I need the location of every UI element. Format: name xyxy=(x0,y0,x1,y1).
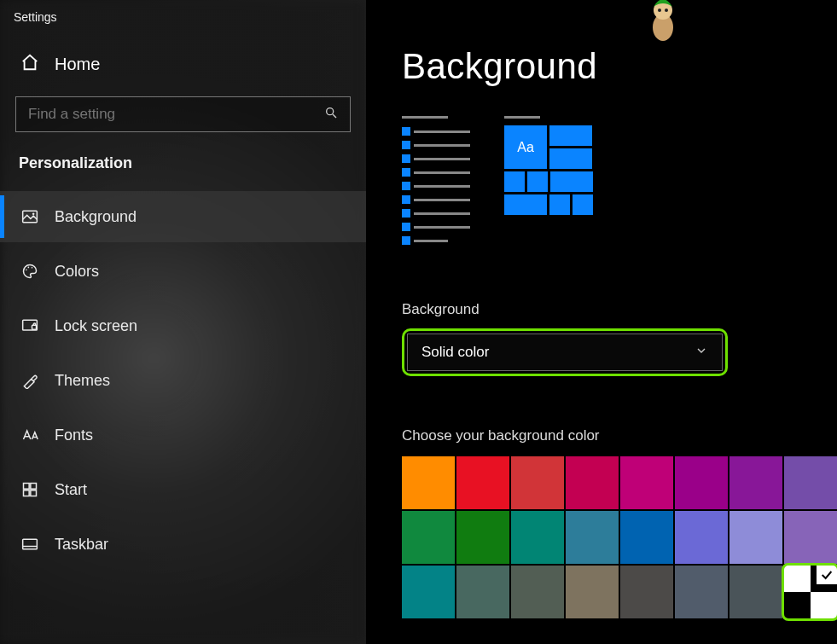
color-swatch[interactable] xyxy=(784,511,837,564)
search-icon xyxy=(324,106,338,124)
sidebar-item-label: Start xyxy=(55,481,87,499)
color-swatch[interactable] xyxy=(402,566,455,618)
color-swatch[interactable] xyxy=(511,456,564,509)
color-swatch[interactable] xyxy=(566,566,619,618)
svg-point-17 xyxy=(658,9,661,12)
color-swatch[interactable] xyxy=(784,456,837,509)
background-dropdown[interactable]: Solid color xyxy=(407,334,723,371)
sidebar-item-label: Background xyxy=(55,208,137,226)
color-swatch[interactable] xyxy=(511,566,564,618)
search-field[interactable] xyxy=(15,96,351,132)
themes-icon xyxy=(20,372,39,389)
sidebar-section-title: Personalization xyxy=(0,154,366,191)
sidebar-item-colors[interactable]: Colors xyxy=(0,246,366,297)
color-swatch[interactable] xyxy=(456,566,509,618)
choose-color-label: Choose your background color xyxy=(402,427,837,444)
svg-rect-7 xyxy=(32,325,37,329)
theme-preview: Aa xyxy=(402,116,837,250)
chevron-down-icon xyxy=(695,344,708,362)
color-swatch[interactable] xyxy=(620,456,673,509)
color-swatch[interactable] xyxy=(511,511,564,564)
sidebar-item-taskbar[interactable]: Taskbar xyxy=(0,519,366,570)
start-icon xyxy=(20,481,39,498)
annotation-highlight-1: Solid color xyxy=(402,328,728,376)
search-input[interactable] xyxy=(28,106,292,123)
svg-rect-9 xyxy=(31,484,37,490)
sidebar-item-background[interactable]: Background xyxy=(0,191,366,242)
sidebar-item-start[interactable]: Start xyxy=(0,464,366,515)
main-content: Background Aa xyxy=(366,0,837,644)
preview-sample-text: Aa xyxy=(504,125,547,169)
background-dropdown-value: Solid color xyxy=(421,344,489,361)
sidebar: Settings Home Personalization Background xyxy=(0,0,366,644)
sidebar-item-label: Fonts xyxy=(55,426,93,444)
color-swatch[interactable] xyxy=(729,566,782,618)
color-swatch[interactable] xyxy=(675,566,728,618)
color-swatch[interactable] xyxy=(729,511,782,564)
svg-rect-12 xyxy=(23,539,38,549)
color-grid xyxy=(402,456,837,618)
color-swatch[interactable] xyxy=(620,511,673,564)
check-icon xyxy=(817,566,837,584)
svg-rect-8 xyxy=(24,484,30,490)
sidebar-item-label: Lock screen xyxy=(55,317,137,335)
color-swatch[interactable] xyxy=(402,511,455,564)
palette-icon xyxy=(20,263,39,280)
svg-point-0 xyxy=(327,107,334,114)
color-swatch-selected[interactable] xyxy=(784,566,837,618)
svg-rect-11 xyxy=(31,490,37,496)
preview-start-thumb: Aa xyxy=(504,116,607,250)
color-swatch[interactable] xyxy=(566,456,619,509)
sidebar-item-label: Colors xyxy=(55,263,99,281)
svg-point-4 xyxy=(28,267,30,269)
page-title: Background xyxy=(402,46,837,87)
sidebar-item-fonts[interactable]: Fonts xyxy=(0,409,366,461)
background-field-label: Background xyxy=(402,301,837,318)
svg-rect-10 xyxy=(24,490,30,496)
mascot-icon xyxy=(643,0,683,51)
home-icon xyxy=(20,53,39,76)
color-swatch[interactable] xyxy=(456,456,509,509)
color-swatch[interactable] xyxy=(456,511,509,564)
color-swatch[interactable] xyxy=(729,456,782,509)
nav-home[interactable]: Home xyxy=(0,41,366,96)
svg-point-5 xyxy=(32,267,33,269)
taskbar-icon xyxy=(20,536,39,553)
color-swatch[interactable] xyxy=(620,566,673,618)
lockscreen-icon xyxy=(20,317,39,334)
window-title: Settings xyxy=(0,5,366,41)
color-swatch[interactable] xyxy=(675,456,728,509)
nav-home-label: Home xyxy=(55,55,100,74)
sidebar-item-label: Taskbar xyxy=(55,536,108,554)
color-swatch[interactable] xyxy=(675,511,728,564)
sidebar-item-themes[interactable]: Themes xyxy=(0,355,366,406)
color-swatch[interactable] xyxy=(566,511,619,564)
picture-icon xyxy=(20,208,39,225)
sidebar-item-lockscreen[interactable]: Lock screen xyxy=(0,300,366,351)
preview-settings-thumb xyxy=(402,116,470,250)
fonts-icon xyxy=(20,426,39,444)
sidebar-item-label: Themes xyxy=(55,372,110,390)
svg-point-3 xyxy=(26,270,27,271)
svg-point-2 xyxy=(32,212,35,215)
svg-point-18 xyxy=(665,9,668,12)
color-swatch[interactable] xyxy=(402,456,455,509)
